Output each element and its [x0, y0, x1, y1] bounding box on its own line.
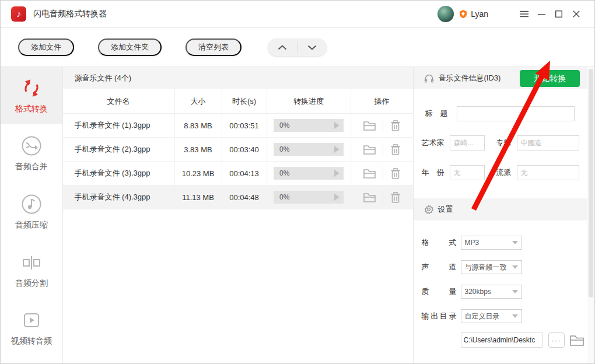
- file-duration: 00:03:40: [222, 138, 267, 161]
- trash-icon: [390, 144, 401, 156]
- sidebar-item-video-to-audio[interactable]: 视频转音频: [1, 299, 62, 358]
- table-row[interactable]: 手机录音文件 (1).3gpp 8.83 MB 00:03:51 0%: [63, 114, 413, 138]
- app-window: ♪ 闪电音频格式转换器 Lyan: [0, 0, 595, 364]
- right-panel: 音乐文件信息(ID3) 标 题 艺术家 专辑 年 份 流派: [413, 67, 588, 364]
- open-folder-button[interactable]: [363, 144, 376, 155]
- year-input[interactable]: [450, 165, 485, 180]
- toolbar: 添加文件 添加文件夹 清空列表 开始转换: [1, 28, 594, 67]
- table-row[interactable]: 手机录音文件 (3).3gpp 10.23 MB 00:04:13 0%: [63, 162, 413, 186]
- artist-input[interactable]: [450, 135, 485, 150]
- id3-section-title: 音乐文件信息(ID3): [439, 73, 501, 83]
- move-down-button[interactable]: [298, 38, 327, 56]
- file-size: 10.23 MB: [175, 162, 222, 185]
- file-duration: 00:03:51: [222, 114, 267, 137]
- progress-value: 0%: [274, 193, 334, 201]
- delete-button[interactable]: [390, 120, 401, 132]
- column-operation: 操作: [351, 89, 413, 113]
- sidebar-item-format-convert[interactable]: 格式转换: [1, 67, 62, 124]
- channel-select[interactable]: 与源音频一致: [461, 260, 522, 274]
- play-icon[interactable]: [334, 122, 340, 129]
- open-folder-button[interactable]: [363, 120, 376, 131]
- file-name: 手机录音文件 (2).3gpp: [63, 138, 175, 161]
- file-size: 11.13 MB: [175, 186, 222, 209]
- menu-icon[interactable]: [515, 5, 533, 23]
- output-dir-label: 输出目录: [422, 311, 457, 321]
- format-label: 格 式: [422, 237, 457, 248]
- sidebar-item-audio-merge[interactable]: 音频合并: [1, 124, 62, 183]
- sidebar-item-label: 格式转换: [15, 104, 48, 114]
- open-output-folder-button[interactable]: [569, 334, 584, 346]
- quality-select[interactable]: 320kbps: [461, 285, 522, 299]
- folder-icon: [569, 334, 584, 346]
- sidebar-item-audio-split[interactable]: 音频分割: [1, 241, 62, 299]
- table-row[interactable]: 手机录音文件 (2).3gpp 3.83 MB 00:03:40 0%: [63, 138, 413, 162]
- chevron-down-icon: [512, 290, 518, 293]
- audio-split-icon: [20, 252, 43, 273]
- channel-value: 与源音频一致: [465, 262, 507, 272]
- folder-icon: [363, 120, 376, 131]
- play-icon[interactable]: [334, 194, 340, 201]
- format-value: MP3: [465, 239, 480, 247]
- chevron-up-icon: [278, 45, 287, 50]
- delete-button[interactable]: [390, 167, 401, 180]
- output-path-input[interactable]: [461, 332, 542, 348]
- table-row[interactable]: 手机录音文件 (4).3gpp 11.13 MB 00:04:48 0%: [63, 186, 413, 209]
- table-header: 文件名 大小 时长(s) 转换进度 操作: [63, 89, 413, 114]
- channel-label: 声 道: [422, 262, 457, 272]
- album-label: 专辑: [496, 138, 512, 148]
- headphones-icon: [424, 74, 434, 83]
- progress-bar: 0%: [274, 167, 344, 180]
- user-name[interactable]: Lyan: [471, 9, 488, 19]
- output-dir-select[interactable]: 自定义目录: [461, 309, 522, 323]
- column-duration: 时长(s): [222, 89, 267, 113]
- album-input[interactable]: [517, 135, 579, 150]
- user-avatar[interactable]: [438, 6, 454, 22]
- browse-button[interactable]: ···: [548, 332, 565, 348]
- move-up-button[interactable]: [268, 38, 297, 56]
- progress-value: 0%: [274, 169, 334, 177]
- scrollbar-track[interactable]: [587, 67, 594, 364]
- artist-label: 艺术家: [422, 138, 444, 148]
- close-button[interactable]: [568, 5, 585, 23]
- settings-section-header: 设置: [414, 198, 588, 220]
- add-files-button[interactable]: 添加文件: [18, 38, 74, 56]
- year-label: 年 份: [422, 167, 444, 178]
- sidebar-item-audio-compress[interactable]: 音频压缩: [1, 183, 62, 241]
- sidebar-item-label: 音频压缩: [15, 220, 48, 230]
- file-name: 手机录音文件 (3).3gpp: [63, 162, 175, 185]
- sidebar-item-label: 视频转音频: [11, 336, 52, 346]
- genre-label: 流派: [496, 167, 512, 178]
- settings-section-title: 设置: [438, 204, 453, 215]
- title-input[interactable]: [457, 106, 575, 121]
- app-title: 闪电音频格式转换器: [33, 9, 107, 19]
- start-convert-button[interactable]: 开始转换: [520, 70, 580, 87]
- clear-list-button[interactable]: 清空列表: [186, 38, 242, 56]
- title-bar: ♪ 闪电音频格式转换器 Lyan: [1, 1, 594, 28]
- sidebar: 格式转换 音频合并 音频压缩: [1, 67, 63, 364]
- chevron-down-icon: [512, 241, 518, 244]
- gear-icon: [424, 205, 433, 214]
- file-size: 8.83 MB: [175, 114, 222, 137]
- progress-value: 0%: [274, 121, 334, 130]
- vip-badge-icon: [459, 9, 468, 19]
- audio-compress-icon: [21, 194, 42, 215]
- open-folder-button[interactable]: [363, 191, 376, 203]
- maximize-button[interactable]: [550, 5, 568, 23]
- folder-icon: [363, 144, 376, 155]
- progress-bar: 0%: [274, 119, 344, 132]
- open-folder-button[interactable]: [363, 167, 376, 179]
- progress-bar: 0%: [274, 143, 344, 156]
- play-icon[interactable]: [334, 146, 340, 153]
- add-folder-button[interactable]: 添加文件夹: [98, 38, 162, 56]
- column-filename: 文件名: [63, 89, 175, 113]
- progress-bar: 0%: [274, 191, 344, 204]
- format-select[interactable]: MP3: [461, 236, 522, 250]
- delete-button[interactable]: [390, 191, 401, 204]
- file-list-title: 源音乐文件 (4个): [63, 67, 413, 89]
- file-size: 3.83 MB: [175, 138, 222, 161]
- scrollbar-thumb[interactable]: [589, 69, 593, 298]
- delete-button[interactable]: [390, 144, 401, 156]
- genre-input[interactable]: [517, 165, 579, 180]
- play-icon[interactable]: [334, 170, 340, 177]
- minimize-button[interactable]: [533, 5, 550, 23]
